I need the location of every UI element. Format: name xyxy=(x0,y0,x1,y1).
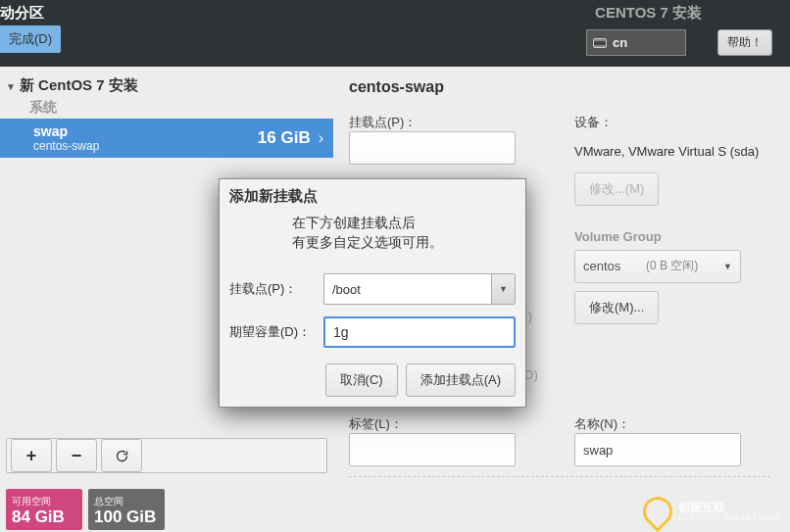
dialog-desc-line2: 有更多自定义选项可用。 xyxy=(292,233,516,253)
dialog-title: 添加新挂载点 xyxy=(220,179,525,210)
add-mount-point-dialog: 添加新挂载点 在下方创建挂载点后 有更多自定义选项可用。 挂载点(P)： /bo… xyxy=(219,178,526,408)
dialog-mount-value: /boot xyxy=(324,282,491,297)
dialog-mount-combo[interactable]: /boot ▼ xyxy=(323,273,516,305)
dialog-desc-line1: 在下方创建挂载点后 xyxy=(292,214,516,233)
cancel-button[interactable]: 取消(C) xyxy=(325,363,398,397)
modal-overlay: 添加新挂载点 在下方创建挂载点后 有更多自定义选项可用。 挂载点(P)： /bo… xyxy=(0,0,790,532)
dialog-capacity-label: 期望容量(D)： xyxy=(229,323,318,341)
add-mount-point-button[interactable]: 添加挂载点(A) xyxy=(406,363,516,397)
dropdown-button[interactable]: ▼ xyxy=(491,274,515,304)
dialog-mount-label: 挂载点(P)： xyxy=(229,280,318,298)
dialog-capacity-input[interactable] xyxy=(323,316,516,348)
dropdown-triangle-icon: ▼ xyxy=(499,284,508,294)
